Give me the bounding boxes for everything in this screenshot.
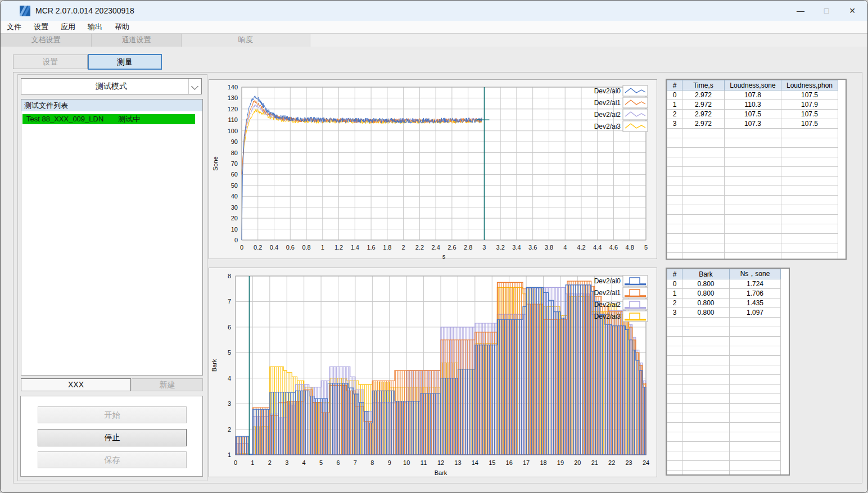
cell[interactable] [725, 129, 781, 138]
cell[interactable]: 2 [667, 298, 682, 308]
cell[interactable]: 1.435 [730, 298, 781, 308]
table-row-empty[interactable] [667, 461, 781, 471]
table-row[interactable]: 22.972107.5107.5 [667, 110, 838, 119]
cell[interactable]: 3 [667, 119, 682, 129]
cell[interactable] [730, 327, 781, 337]
cell[interactable]: 0.800 [682, 308, 730, 318]
close-icon[interactable]: ✕ [839, 1, 865, 21]
cell[interactable] [781, 129, 838, 138]
cell[interactable] [725, 138, 781, 148]
cell[interactable] [682, 394, 730, 404]
cell[interactable] [781, 157, 838, 167]
menu-item[interactable]: 设置 [28, 21, 55, 33]
cell[interactable] [682, 327, 730, 337]
table-row[interactable]: 10.8001.706 [667, 289, 781, 298]
cell[interactable] [682, 442, 730, 451]
new-button[interactable]: 新建 [132, 378, 203, 391]
cell[interactable] [781, 253, 838, 260]
menu-item[interactable]: 帮助 [108, 21, 135, 33]
cell[interactable] [682, 365, 730, 375]
table-row[interactable]: 30.8001.097 [667, 308, 781, 318]
cell[interactable] [781, 196, 838, 205]
cell[interactable] [667, 234, 682, 243]
table-row[interactable]: 12.972110.3107.9 [667, 100, 838, 110]
menu-item[interactable]: 应用 [55, 21, 82, 33]
table-row-empty[interactable] [667, 253, 838, 260]
table-row-empty[interactable] [667, 327, 781, 337]
table-row-empty[interactable] [667, 167, 838, 177]
cell[interactable]: 0 [667, 279, 682, 289]
cell[interactable] [730, 442, 781, 451]
cell[interactable] [667, 461, 682, 471]
cell[interactable] [730, 356, 781, 365]
cell[interactable]: 0.800 [682, 298, 730, 308]
cell[interactable] [667, 451, 682, 461]
cell[interactable] [667, 167, 682, 177]
maximize-icon[interactable]: □ [813, 1, 839, 21]
cell[interactable] [730, 404, 781, 413]
cell[interactable]: 110.3 [725, 100, 781, 110]
cell[interactable]: 2 [667, 110, 682, 119]
cell[interactable] [730, 461, 781, 471]
table-row-empty[interactable] [667, 385, 781, 394]
table-row-empty[interactable] [667, 215, 838, 224]
tab-2[interactable]: 通道设置 [92, 34, 182, 47]
cell[interactable] [667, 375, 682, 385]
cell[interactable] [667, 432, 682, 442]
cell[interactable]: 107.8 [725, 91, 781, 100]
cell[interactable]: 0 [667, 91, 682, 100]
cell[interactable] [682, 148, 725, 157]
cell[interactable] [682, 177, 725, 186]
cell[interactable] [667, 385, 682, 394]
subtab-settings[interactable]: 设置 [13, 55, 88, 69]
table-row-empty[interactable] [667, 432, 781, 442]
cell[interactable] [682, 461, 730, 471]
table-row-empty[interactable] [667, 129, 838, 138]
menu-item[interactable]: 文件 [1, 21, 28, 33]
cell[interactable]: 2.972 [682, 119, 725, 129]
cell[interactable] [725, 148, 781, 157]
cell[interactable] [667, 413, 682, 423]
cell[interactable] [682, 451, 730, 461]
cell[interactable] [667, 442, 682, 451]
cell[interactable] [682, 423, 730, 432]
cell[interactable]: 2.972 [682, 100, 725, 110]
cell[interactable] [682, 318, 730, 327]
table-row[interactable]: 00.8001.724 [667, 279, 781, 289]
cell[interactable]: 1.097 [730, 308, 781, 318]
cell[interactable] [682, 205, 725, 215]
cell[interactable] [682, 224, 725, 234]
cell[interactable] [682, 215, 725, 224]
cell[interactable] [725, 243, 781, 253]
cell[interactable] [781, 243, 838, 253]
cell[interactable] [667, 423, 682, 432]
cell[interactable] [682, 129, 725, 138]
cell[interactable] [667, 129, 682, 138]
cell[interactable] [781, 148, 838, 157]
dropdown-button[interactable] [188, 79, 201, 94]
cell[interactable] [682, 253, 725, 260]
table-row[interactable]: 32.972107.3107.5 [667, 119, 838, 129]
cell[interactable] [682, 196, 725, 205]
cell[interactable] [667, 186, 682, 196]
table-row-empty[interactable] [667, 205, 838, 215]
cell[interactable] [781, 205, 838, 215]
cell[interactable]: 2.972 [682, 91, 725, 100]
cell[interactable] [667, 356, 682, 365]
cell[interactable] [667, 365, 682, 375]
cell[interactable] [667, 404, 682, 413]
cell[interactable]: 1.706 [730, 289, 781, 298]
cell[interactable] [682, 375, 730, 385]
subtab-measure[interactable]: 测量 [88, 54, 162, 70]
cell[interactable] [730, 432, 781, 442]
cell[interactable] [682, 337, 730, 346]
table-row-empty[interactable] [667, 224, 838, 234]
table-row-empty[interactable] [667, 234, 838, 243]
cell[interactable] [667, 157, 682, 167]
table-row[interactable]: 02.972107.8107.5 [667, 91, 838, 100]
cell[interactable] [730, 346, 781, 356]
test-mode-select[interactable]: 测试模式 [21, 78, 202, 94]
cell[interactable]: 1 [667, 289, 682, 298]
cell[interactable] [730, 385, 781, 394]
start-button[interactable]: 开始 [38, 406, 187, 423]
